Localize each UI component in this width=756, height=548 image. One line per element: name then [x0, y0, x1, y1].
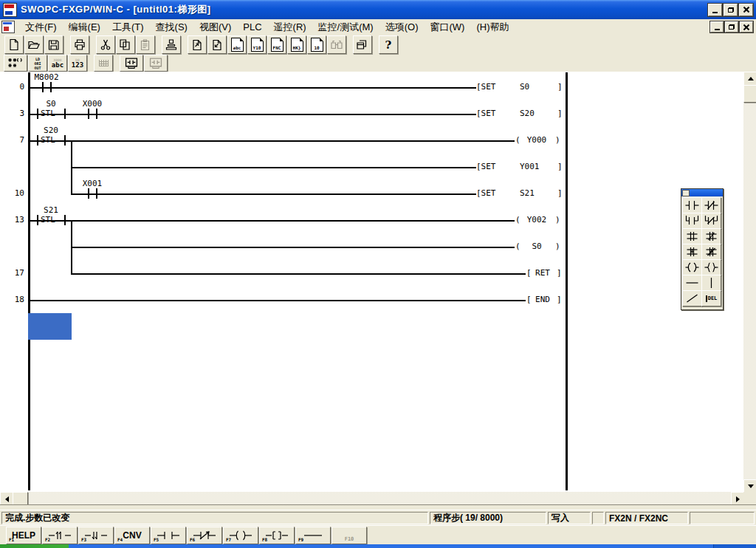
mdi-close-icon[interactable]: [740, 21, 753, 32]
application-window: SWOPC-FXGP/WIN-C - [untitl01:梯形图] 文件(F)编…: [0, 0, 756, 548]
write-conversion-icon[interactable]: [207, 35, 227, 54]
copy-icon[interactable]: [116, 35, 135, 54]
program-check-icon[interactable]: [162, 35, 181, 54]
taskbar-sliver[interactable]: [0, 544, 756, 548]
comment-view-icon[interactable]: X000abc: [48, 55, 67, 72]
monitor-start-icon[interactable]: [120, 55, 143, 72]
help-icon[interactable]: ?: [379, 35, 398, 54]
palette-function-instruction[interactable]: [701, 259, 721, 275]
scroll-up-icon[interactable]: [743, 72, 756, 86]
cut-icon[interactable]: [96, 35, 115, 54]
toolbar-standard: abcY10FNCHK}10?: [0, 35, 756, 55]
ladder-editor-canvas[interactable]: [0, 72, 743, 492]
palette-open-contact[interactable]: [682, 197, 702, 213]
function-doc-icon[interactable]: FNC: [267, 35, 286, 54]
fkey-closed-contact[interactable]: F6: [187, 527, 222, 544]
close-icon[interactable]: [739, 4, 753, 16]
start-button-sliver[interactable]: [0, 544, 69, 548]
menu-window[interactable]: 窗口(W): [424, 19, 470, 35]
window-controls: [708, 4, 756, 16]
tool-palette-titlebar[interactable]: [681, 189, 723, 196]
ladder-view-icon[interactable]: [4, 55, 27, 72]
menu-file[interactable]: 文件(F): [19, 19, 63, 35]
mdi-restore-icon[interactable]: [725, 21, 738, 32]
palette-parallel-pulse-open-contact[interactable]: [682, 244, 702, 260]
fkey-instruction[interactable]: F8: [259, 527, 295, 544]
vertical-scrollbar[interactable]: [743, 72, 756, 492]
scrollbar-corner: [743, 492, 756, 504]
comment-doc-icon[interactable]: abc: [227, 35, 247, 54]
status-spacer: [592, 512, 604, 524]
toolbar-view: LDORIOUTX000abcD0123: [0, 55, 756, 72]
fkey-parallel-closed[interactable]: F3: [78, 527, 114, 544]
palette-parallel-closed-contact[interactable]: [701, 228, 721, 244]
palette-output-coil[interactable]: [682, 259, 702, 275]
tool-palette-grid: DEL: [681, 196, 723, 306]
menu-find[interactable]: 查找(S): [150, 19, 193, 35]
tool-palette-system-icon[interactable]: [682, 190, 690, 196]
title-bar: SWOPC-FXGP/WIN-C - [untitl01:梯形图]: [0, 0, 756, 19]
monitor-stop-icon: [144, 55, 168, 72]
menu-items: 文件(F)编辑(E)工具(T)查找(S)视图(V)PLC遥控(R)监控/测试(M…: [19, 19, 515, 35]
fkey-open-contact[interactable]: F5: [151, 527, 186, 544]
tool-palette-window: DEL: [681, 188, 724, 310]
instruction-view-icon[interactable]: LDORIOUT: [28, 55, 47, 72]
paste-icon: [136, 35, 155, 54]
function-key-bar: F1HELPF2F3F4CNVF5F6F7F8F9F10: [0, 525, 756, 544]
menu-plc[interactable]: PLC: [237, 20, 267, 34]
fkey-parallel-open[interactable]: F2: [42, 527, 78, 544]
save-file-icon[interactable]: [44, 35, 63, 54]
register-view-icon[interactable]: D0123: [68, 55, 87, 72]
fkey-f10: F10: [331, 527, 367, 544]
menu-remote[interactable]: 遥控(R): [268, 19, 312, 35]
mdi-window-controls: [710, 21, 756, 32]
menu-options[interactable]: 选项(O): [379, 19, 425, 35]
palette-vertical-line[interactable]: [701, 275, 721, 291]
window-title: SWOPC-FXGP/WIN-C - [untitl01:梯形图]: [21, 3, 211, 16]
restore-icon[interactable]: [724, 4, 738, 16]
menu-tools[interactable]: 工具(T): [106, 19, 150, 35]
status-message: 完成.步数已改变: [1, 512, 428, 524]
menu-bar: 文件(F)编辑(E)工具(T)查找(S)视图(V)PLC遥控(R)监控/测试(M…: [0, 19, 756, 35]
palette-closed-contact[interactable]: [701, 197, 721, 213]
vertical-scroll-thumb[interactable]: [743, 85, 756, 103]
program-step-indicator: 程序步( 19/ 8000): [430, 512, 546, 524]
palette-or-open-contact[interactable]: [682, 213, 702, 229]
palette-or-closed-contact[interactable]: [701, 213, 721, 229]
app-icon[interactable]: [3, 3, 17, 17]
menu-view[interactable]: 视图(V): [193, 19, 237, 35]
new-file-icon[interactable]: [4, 35, 24, 54]
find-icon: [327, 35, 346, 54]
menu-edit[interactable]: 编辑(E): [63, 19, 106, 35]
palette-parallel-open-contact[interactable]: [682, 228, 702, 244]
horizontal-scrollbar[interactable]: [0, 492, 743, 504]
status-empty: [690, 512, 755, 524]
palette-diagonal-line[interactable]: [682, 290, 702, 306]
fkey-coil[interactable]: F7: [223, 527, 258, 544]
open-file-icon[interactable]: [24, 35, 44, 54]
status-bar: 完成.步数已改变 程序步( 19/ 8000) 写入 FX2N / FX2NC: [0, 510, 756, 526]
window-cascade-icon[interactable]: [353, 35, 372, 54]
fkey-line[interactable]: F9: [295, 527, 331, 544]
coil-doc-icon[interactable]: HK}: [287, 35, 306, 54]
print-icon[interactable]: [70, 35, 89, 54]
menu-help[interactable]: (H)帮助: [470, 19, 515, 35]
palette-horizontal-line[interactable]: [682, 275, 702, 291]
fkey-help[interactable]: F1HELP: [6, 527, 41, 544]
taskbar-tray-sliver: [713, 544, 756, 548]
contact-grid-icon: [94, 55, 113, 72]
palette-parallel-pulse-closed-contact[interactable]: [701, 244, 721, 260]
minimize-icon[interactable]: [708, 4, 722, 16]
step-doc-icon[interactable]: 10: [307, 35, 326, 54]
menu-monitor-test[interactable]: 监控/测试(M): [312, 19, 379, 35]
document-icon[interactable]: [1, 21, 15, 33]
read-conversion-icon[interactable]: [188, 35, 207, 54]
palette-delete[interactable]: DEL: [701, 290, 721, 306]
mdi-minimize-icon[interactable]: [710, 21, 724, 32]
fkey-convert[interactable]: F4CNV: [114, 527, 150, 544]
plc-type-indicator: FX2N / FX2NC: [605, 512, 688, 524]
device-doc-icon[interactable]: Y10: [247, 35, 267, 54]
write-mode-indicator: 写入: [548, 512, 591, 524]
